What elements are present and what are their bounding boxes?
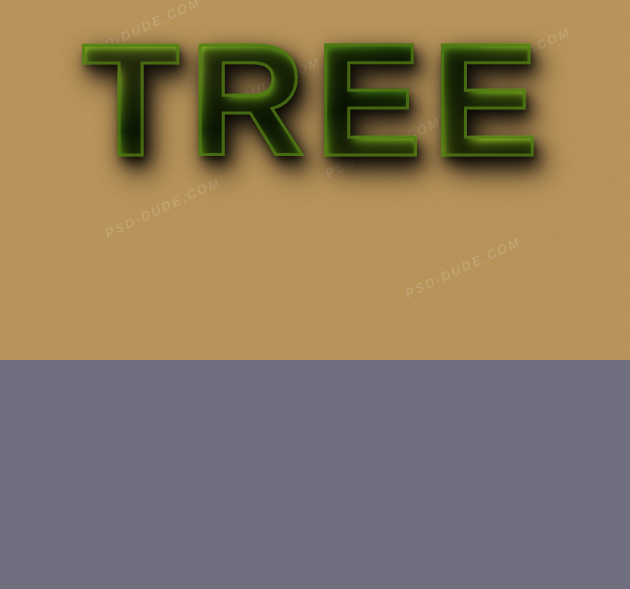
tree-text: TREE — [25, 20, 605, 180]
watermark-5: PSD-DUDE.COM — [403, 234, 523, 301]
bottom-area — [0, 360, 630, 589]
tree-text-container: TREE — [25, 20, 605, 180]
canvas-background: PSD-DUDE.COM PSD-DUDE.COM PSD-DUDE.COM P… — [0, 0, 630, 360]
